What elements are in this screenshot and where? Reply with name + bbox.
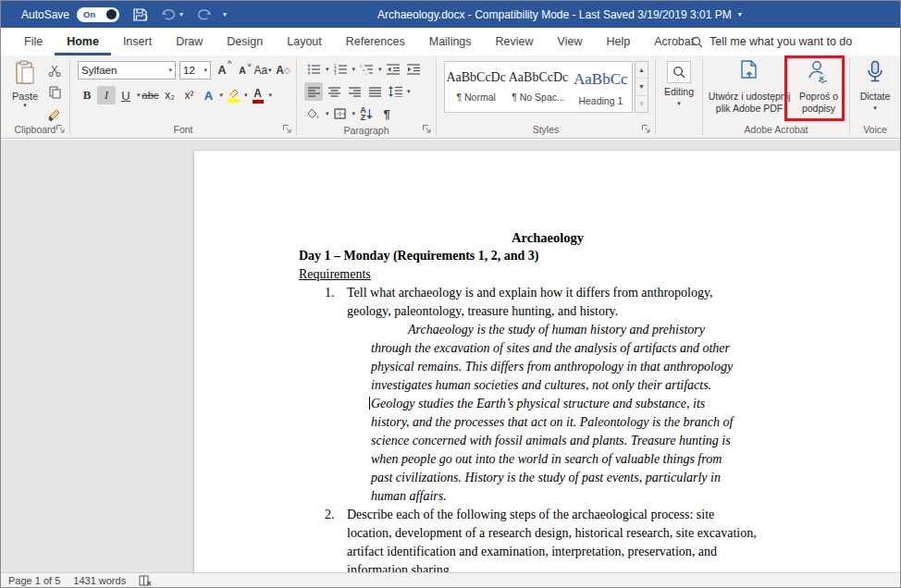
cut-button[interactable] — [45, 61, 64, 80]
tab-references[interactable]: References — [334, 28, 417, 55]
bullet-list-icon — [307, 64, 320, 75]
strikethrough-button[interactable]: abc — [142, 86, 160, 104]
styles-gallery: AaBbCcDc ¶ Normal AaBbCcDc ¶ No Spac... … — [444, 61, 633, 113]
dictate-button[interactable]: Dictate ▾ — [857, 60, 894, 112]
undo-icon[interactable] — [161, 7, 177, 21]
tab-view[interactable]: View — [546, 28, 595, 55]
request-signatures-button[interactable]: Poproś opodpisy — [792, 60, 845, 115]
shrink-font-button[interactable]: A — [233, 61, 252, 80]
copy-button[interactable] — [45, 83, 64, 102]
ribbon: Paste ▾ — [1, 55, 900, 139]
font-color-caret-icon[interactable]: ▾ — [269, 92, 273, 99]
paragraph-dialog-launcher[interactable] — [422, 124, 433, 135]
paste-button[interactable]: Paste ▾ — [6, 60, 43, 109]
multilevel-caret-icon[interactable]: ▾ — [378, 66, 382, 73]
bullets-button[interactable] — [304, 60, 323, 79]
doc-heading: Archaeology — [299, 228, 796, 247]
subscript-button[interactable]: x₂ — [161, 86, 179, 104]
font-dialog-launcher[interactable] — [282, 124, 293, 135]
underline-caret-icon[interactable]: ▾ — [137, 92, 141, 99]
italic-button[interactable]: I — [97, 86, 116, 104]
word-count[interactable]: 1431 words — [73, 575, 126, 586]
tab-layout[interactable]: Layout — [275, 28, 334, 55]
style-normal[interactable]: AaBbCcDc ¶ Normal — [445, 62, 507, 112]
tab-insert[interactable]: Insert — [111, 28, 164, 55]
list-item: 2. Describe each of the following steps … — [299, 506, 796, 572]
paint-bucket-icon — [307, 108, 320, 119]
sort-button[interactable]: AZ — [357, 104, 376, 123]
autosave-toggle[interactable]: On — [77, 7, 119, 22]
increase-indent-button[interactable] — [404, 60, 423, 79]
editing-group-label — [656, 120, 702, 138]
multilevel-list-icon: 1ai — [360, 64, 373, 75]
eraser-icon: ◇ — [284, 66, 290, 75]
status-bar: Page 1 of 5 1431 words — [1, 572, 900, 587]
tab-draw[interactable]: Draw — [164, 28, 215, 55]
save-icon[interactable] — [132, 7, 148, 22]
highlight-button[interactable] — [224, 86, 242, 104]
tab-help[interactable]: Help — [594, 28, 642, 55]
redo-icon[interactable] — [196, 7, 212, 21]
font-size-combobox[interactable]: 12▾ — [179, 61, 211, 80]
styles-dialog-launcher[interactable] — [641, 124, 652, 135]
group-styles: AaBbCcDc ¶ Normal AaBbCcDc ¶ No Spac... … — [437, 55, 655, 138]
decrease-indent-button[interactable] — [384, 60, 402, 79]
shading-button[interactable] — [304, 104, 323, 123]
font-name-combobox[interactable]: Sylfaen▾ — [78, 61, 176, 80]
svg-text:i: i — [365, 71, 366, 75]
style-heading1[interactable]: AaBbCc Heading 1 — [570, 62, 632, 112]
change-case-button[interactable]: Aa▾ — [253, 61, 272, 80]
voice-group-label: Voice — [850, 120, 900, 138]
document-page[interactable]: Archaeology Day 1 – Monday (Requirements… — [194, 151, 900, 572]
borders-caret-icon[interactable]: ▾ — [352, 110, 356, 117]
styles-scroll-up-button[interactable]: ▲ — [636, 62, 648, 79]
style-no-spacing[interactable]: AaBbCcDc ¶ No Spac... — [507, 62, 569, 112]
styles-scroll-down-button[interactable]: ▼ — [636, 79, 648, 95]
tab-mailings[interactable]: Mailings — [417, 28, 484, 55]
bullets-caret-icon[interactable]: ▾ — [326, 66, 329, 73]
pdf-share-icon — [738, 60, 760, 84]
proofing-errors-icon[interactable] — [139, 575, 152, 586]
multilevel-list-button[interactable]: 1ai — [357, 60, 376, 79]
borders-icon — [334, 108, 346, 119]
group-editing: Editing ▾ — [656, 55, 702, 138]
styles-more-button[interactable]: ▿ — [636, 96, 648, 112]
grow-font-button[interactable]: A — [213, 61, 231, 80]
justify-icon — [369, 87, 381, 97]
borders-button[interactable] — [331, 104, 350, 123]
underline-button[interactable]: U — [117, 86, 135, 104]
show-hide-formatting-button[interactable]: ¶ — [377, 104, 396, 123]
shading-caret-icon[interactable]: ▾ — [326, 110, 329, 117]
numbering-caret-icon[interactable]: ▾ — [352, 66, 356, 73]
clipboard-dialog-launcher[interactable] — [56, 124, 67, 135]
signature-person-icon — [807, 60, 831, 84]
quick-access-caret-icon[interactable]: ▾ — [223, 10, 227, 18]
tab-file[interactable]: File — [12, 28, 55, 55]
create-pdf-button[interactable]: Utwórz i udostępnijplik Adobe PDF — [707, 60, 792, 115]
clear-formatting-button[interactable]: A◇ — [274, 61, 292, 80]
text-effects-button[interactable]: A — [200, 86, 218, 104]
font-color-button[interactable]: A — [249, 86, 267, 104]
justify-button[interactable] — [365, 82, 384, 101]
bold-button[interactable]: B — [78, 86, 96, 104]
tab-design[interactable]: Design — [215, 28, 275, 55]
align-center-button[interactable] — [325, 82, 343, 101]
text-effects-caret-icon[interactable]: ▾ — [220, 92, 224, 99]
font-color-swatch — [253, 100, 264, 104]
superscript-button[interactable]: x² — [180, 86, 199, 104]
highlight-caret-icon[interactable]: ▾ — [244, 92, 248, 99]
clipboard-icon — [14, 60, 36, 85]
line-spacing-button[interactable] — [386, 82, 404, 101]
title-caret-icon[interactable]: ▾ — [738, 10, 742, 18]
align-left-button[interactable] — [304, 82, 323, 101]
undo-caret-icon[interactable]: ▾ — [179, 10, 183, 18]
editing-button[interactable]: Editing ▾ — [662, 61, 696, 107]
text-cursor — [369, 397, 370, 410]
tell-me-search[interactable]: Tell me what you want to do — [691, 28, 852, 55]
tab-review[interactable]: Review — [484, 28, 546, 55]
page-indicator[interactable]: Page 1 of 5 — [8, 575, 60, 586]
line-spacing-caret-icon[interactable]: ▾ — [407, 88, 411, 95]
align-right-button[interactable] — [345, 82, 364, 101]
numbering-button[interactable]: 123 — [331, 60, 350, 79]
tab-home[interactable]: Home — [55, 28, 111, 55]
